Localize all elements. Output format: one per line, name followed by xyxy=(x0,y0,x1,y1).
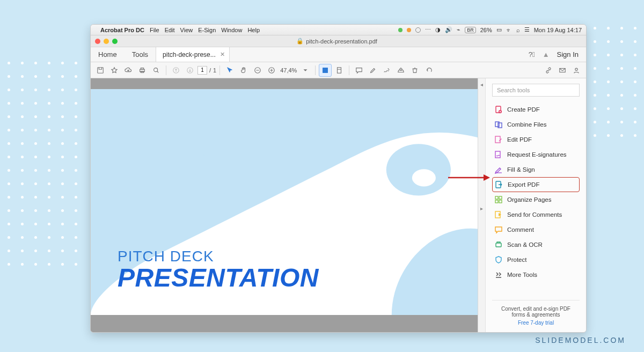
tool-icon xyxy=(494,210,503,219)
fit-page-icon[interactable] xyxy=(333,64,346,77)
status-display-icon: ◑ xyxy=(435,26,441,33)
tool-item-export-pdf[interactable]: Export PDF xyxy=(492,177,580,192)
tool-item-fill-sign[interactable]: Fill & Sign xyxy=(492,162,580,177)
tool-label: Scan & OCR xyxy=(507,241,543,248)
page-up-icon[interactable] xyxy=(170,64,182,77)
undo-icon[interactable] xyxy=(422,64,435,77)
status-lang-badge[interactable]: BR xyxy=(465,27,476,33)
print-icon[interactable] xyxy=(136,64,149,77)
search-doc-icon[interactable] xyxy=(150,64,163,77)
tool-item-protect[interactable]: Protect xyxy=(492,252,580,267)
tool-item-edit-pdf[interactable]: Edit PDF xyxy=(492,132,580,147)
status-battery-pct: 26% xyxy=(480,27,492,33)
sign-icon[interactable] xyxy=(380,64,393,77)
svg-point-15 xyxy=(371,195,399,217)
fit-width-icon[interactable] xyxy=(319,64,332,77)
selection-icon[interactable] xyxy=(223,64,236,77)
tool-icon xyxy=(494,255,503,264)
svg-rect-0 xyxy=(98,67,104,73)
save-icon[interactable] xyxy=(94,64,107,77)
tool-item-organize-pages[interactable]: Organize Pages xyxy=(492,192,580,207)
traffic-lights xyxy=(95,39,118,44)
mac-menubar: Acrobat Pro DC File Edit View E-Sign Win… xyxy=(91,25,586,35)
svg-point-17 xyxy=(217,183,228,194)
cloud-upload-icon[interactable] xyxy=(122,64,135,77)
menubar-status: ⋯ ◑ 🔊 ⌁ BR 26% ▭ ᯤ ⌕ ☰ Mon 19 Aug 14:17 xyxy=(398,26,582,33)
menu-window[interactable]: Window xyxy=(221,27,242,33)
link-icon[interactable] xyxy=(542,64,555,77)
tool-item-request-e-signatures[interactable]: Request E-signatures xyxy=(492,147,580,162)
lock-icon: 🔒 xyxy=(296,38,304,45)
tab-tools[interactable]: Tools xyxy=(125,47,156,62)
delete-icon[interactable] xyxy=(408,64,421,77)
tool-label: Create PDF xyxy=(507,106,540,113)
sign-in-link[interactable]: Sign In xyxy=(557,50,579,58)
search-tools-input[interactable]: Search tools xyxy=(492,84,580,97)
close-button[interactable] xyxy=(95,39,100,44)
status-dot-green-icon xyxy=(398,28,402,32)
tool-label: More Tools xyxy=(507,272,537,278)
svg-point-14 xyxy=(412,169,436,186)
email-icon[interactable] xyxy=(556,64,569,77)
tool-label: Edit PDF xyxy=(507,136,532,143)
window-titlebar: 🔒 pitch-deck-presentation.pdf xyxy=(91,35,586,47)
bell-icon[interactable]: ▲ xyxy=(543,50,550,58)
tool-label: Comment xyxy=(507,226,534,233)
stamp-icon[interactable] xyxy=(394,64,407,77)
zoom-out-icon[interactable] xyxy=(251,64,264,77)
tool-icon xyxy=(494,135,503,144)
tool-item-combine-files[interactable]: Combine Files xyxy=(492,117,580,132)
bg-dots-right xyxy=(580,27,636,137)
tool-item-create-pdf[interactable]: Create PDF xyxy=(492,102,580,117)
tools-footer-trial-link[interactable]: Free 7-day trial xyxy=(494,320,577,326)
zoom-button[interactable] xyxy=(112,39,118,44)
comment-icon[interactable] xyxy=(353,64,365,77)
tool-icon xyxy=(495,180,503,189)
tool-item-send-for-comments[interactable]: Send for Comments xyxy=(492,207,580,222)
status-control-center-icon[interactable]: ☰ xyxy=(524,26,530,33)
page-total: 1 xyxy=(213,67,216,74)
tool-item-scan-ocr[interactable]: Scan & OCR xyxy=(492,237,580,252)
tab-document[interactable]: pitch-deck-prese... ✕ xyxy=(156,47,230,62)
svg-rect-30 xyxy=(496,243,501,247)
menu-help[interactable]: Help xyxy=(247,27,260,33)
account-icon[interactable] xyxy=(570,64,583,77)
menu-view[interactable]: View xyxy=(180,27,193,33)
hand-icon[interactable] xyxy=(237,64,250,77)
tab-close-icon[interactable]: ✕ xyxy=(220,51,225,58)
svg-rect-23 xyxy=(495,151,500,158)
star-icon[interactable] xyxy=(108,64,121,77)
status-cc-icon xyxy=(415,27,421,33)
minimize-button[interactable] xyxy=(104,39,109,44)
svg-rect-28 xyxy=(499,200,502,203)
menu-edit[interactable]: Edit xyxy=(165,27,175,33)
document-page[interactable]: PITCH DECK PRESENTATION xyxy=(91,89,478,315)
toolbar: / 1 47,4% xyxy=(91,62,586,78)
tool-item-comment[interactable]: Comment xyxy=(492,222,580,237)
document-area[interactable]: PITCH DECK PRESENTATION xyxy=(91,78,478,332)
tool-icon xyxy=(494,270,503,279)
menu-esign[interactable]: E-Sign xyxy=(198,27,216,33)
tool-icon xyxy=(494,120,503,129)
zoom-dropdown-icon[interactable] xyxy=(299,64,312,77)
tool-icon xyxy=(494,225,503,234)
document-gray-below xyxy=(91,315,478,332)
search-tools-placeholder: Search tools xyxy=(497,87,530,93)
highlight-icon[interactable] xyxy=(367,64,379,77)
page-current-input[interactable] xyxy=(197,66,207,75)
menu-file[interactable]: File xyxy=(150,27,159,33)
help-icon[interactable]: ?⃝ xyxy=(529,50,535,58)
page-down-icon[interactable] xyxy=(184,64,196,77)
window-title: pitch-deck-presentation.pdf xyxy=(306,38,377,45)
status-search-icon[interactable]: ⌕ xyxy=(516,27,520,33)
zoom-in-icon[interactable] xyxy=(265,64,278,77)
tab-home[interactable]: Home xyxy=(91,47,125,62)
gutter-collapse-top-icon[interactable]: ◂ xyxy=(480,82,483,87)
status-datetime[interactable]: Mon 19 Aug 14:17 xyxy=(534,27,582,33)
status-volume-icon: 🔊 xyxy=(445,26,452,33)
tool-item-more-tools[interactable]: More Tools xyxy=(492,267,580,282)
gutter-collapse-mid-icon[interactable]: ▸ xyxy=(480,206,483,211)
tool-icon xyxy=(494,165,503,174)
status-wifi-icon: ᯤ xyxy=(506,27,512,33)
menubar-appname[interactable]: Acrobat Pro DC xyxy=(100,27,144,33)
